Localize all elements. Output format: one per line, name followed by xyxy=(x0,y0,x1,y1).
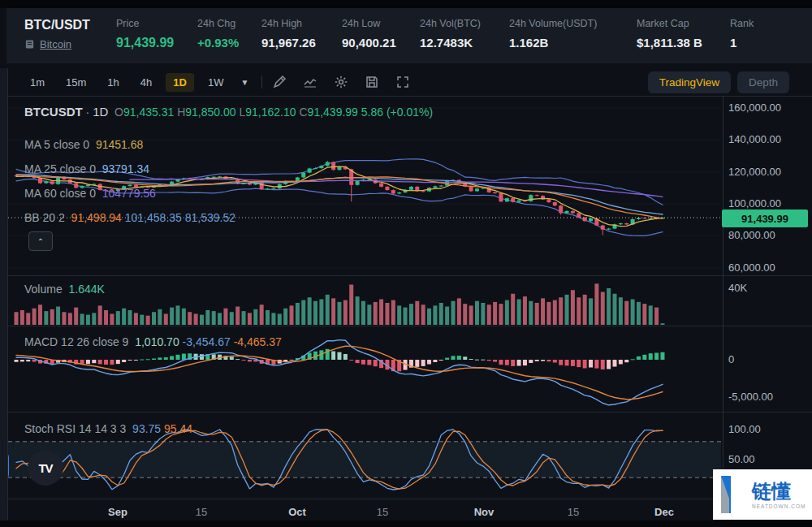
pane-separator xyxy=(0,326,812,326)
volume-legend: Volume 1.644K xyxy=(24,283,105,296)
volume-tick: 40K xyxy=(728,282,747,294)
settings-gear-icon[interactable] xyxy=(334,75,348,89)
pane-separator xyxy=(0,96,812,97)
last-price-badge: 91,439.99 xyxy=(722,210,808,227)
brand-name: 链懂 xyxy=(752,481,806,502)
stat-label: Market Cap xyxy=(637,18,689,29)
legend-change: 5.86 (+0.01%) xyxy=(361,106,433,119)
ma60-legend: MA 60 close 0 104779.56 xyxy=(24,187,156,200)
price-tick: 120,000.00 xyxy=(728,166,781,178)
top-strip xyxy=(0,0,812,8)
stoch-tick: 50.00 xyxy=(728,453,755,465)
stat-label: 24h Low xyxy=(342,18,380,29)
interval-dropdown-caret-icon[interactable]: ▼ xyxy=(237,78,252,87)
stat-label: 24h Vol(BTC) xyxy=(420,18,481,29)
stat-label: Rank xyxy=(730,18,754,29)
ma25-legend: MA 25 close 0 93791.34 xyxy=(24,162,149,175)
price-axis-separator xyxy=(723,96,723,499)
ohlc-legend: BTCUSDT · 1D O91,435.31 H91,850.00 L91,1… xyxy=(24,105,433,119)
coin-book-icon xyxy=(24,39,35,50)
left-scroll-strip[interactable] xyxy=(0,68,8,521)
price-tick: 60,000.00 xyxy=(728,261,775,274)
bb-legend: BB 20 2 91,498.94 101,458.35 81,539.52 xyxy=(24,211,235,224)
time-tick-nov: Nov xyxy=(474,506,495,518)
legend-interval: 1D xyxy=(93,105,108,119)
stat-value: 1 xyxy=(730,36,736,50)
stat-value: 1.162B xyxy=(509,36,548,50)
pane-separator xyxy=(0,499,812,499)
interval-15m[interactable]: 15m xyxy=(58,73,93,92)
stat-label: 24h Volume(USDT) xyxy=(509,18,597,29)
stat-value: $1,811.38 B xyxy=(637,36,702,50)
macd-legend: MACD 12 26 close 9 1,010.70 -3,454.67 -4… xyxy=(24,335,282,348)
macd-tick: 0 xyxy=(728,353,734,365)
stoch-legend: Stoch RSI 14 14 3 3 93.75 95.44 xyxy=(24,422,192,435)
brand-watermark-card: 链懂 NEATDOWN.COM xyxy=(713,469,812,520)
stoch-tick: 100.00 xyxy=(728,423,761,435)
chart-style-icon[interactable] xyxy=(303,75,317,89)
collapse-indicators-button[interactable]: ⌃ xyxy=(28,231,53,251)
interval-4h[interactable]: 4h xyxy=(133,73,159,92)
bottom-strip xyxy=(0,521,812,527)
save-layout-icon[interactable] xyxy=(365,75,379,89)
tab-depth[interactable]: Depth xyxy=(737,71,789,93)
stat-label: 24h High xyxy=(261,18,302,29)
stat-value: 91,967.26 xyxy=(261,36,316,50)
chart-toolbar: 1m 15m 1h 4h 1D 1W ▼ xyxy=(6,68,812,96)
pane-separator xyxy=(0,275,812,276)
stat-label: Price xyxy=(116,18,139,29)
draw-tool-icon[interactable] xyxy=(272,75,287,89)
stat-value: 90,400.21 xyxy=(342,36,396,50)
price-tick: 80,000.00 xyxy=(728,229,775,241)
brand-domain: NEATDOWN.COM xyxy=(752,503,806,509)
tradingview-watermark: TV xyxy=(28,450,63,486)
interval-1w[interactable]: 1W xyxy=(201,73,231,92)
ma5-legend: MA 5 close 0 91451.68 xyxy=(24,138,143,151)
price-tick: 140,000.00 xyxy=(728,133,781,145)
stat-label: 24h Chg xyxy=(197,18,235,29)
time-tick-15: 15 xyxy=(196,506,207,518)
time-tick-sep: Sep xyxy=(108,506,127,518)
chart-canvas[interactable] xyxy=(0,96,812,521)
stat-value: 12.7483K xyxy=(420,36,473,50)
tab-tradingview[interactable]: TradingView xyxy=(648,71,731,93)
stat-value: +0.93% xyxy=(197,36,239,50)
legend-symbol: BTCUSDT xyxy=(24,105,83,119)
interval-1m[interactable]: 1m xyxy=(23,73,52,92)
time-tick-15: 15 xyxy=(568,506,579,518)
pair-title: BTC/USDT xyxy=(24,18,90,32)
time-tick-15: 15 xyxy=(377,506,388,518)
brand-logo-icon xyxy=(719,474,747,515)
time-tick-oct: Oct xyxy=(288,506,306,518)
price-tick: 100,000.00 xyxy=(728,197,781,210)
market-header: BTC/USDT Bitcoin Price 91,439.99 24h Chg… xyxy=(6,8,812,63)
trading-app: BTC/USDT Bitcoin Price 91,439.99 24h Chg… xyxy=(0,0,812,527)
coin-name-link[interactable]: Bitcoin xyxy=(40,38,71,50)
fullscreen-icon[interactable] xyxy=(395,75,410,89)
interval-1h[interactable]: 1h xyxy=(100,73,126,92)
chart-region[interactable]: 160,000.00 140,000.00 120,000.00 100,000… xyxy=(0,96,812,521)
pane-separator xyxy=(0,412,812,413)
time-tick-dec: Dec xyxy=(654,506,674,518)
interval-1d[interactable]: 1D xyxy=(166,73,194,92)
macd-tick: -5,000.00 xyxy=(728,391,773,403)
stat-value: 91,439.99 xyxy=(116,36,174,50)
price-tick: 160,000.00 xyxy=(728,102,781,114)
toolbar-divider xyxy=(261,76,262,89)
